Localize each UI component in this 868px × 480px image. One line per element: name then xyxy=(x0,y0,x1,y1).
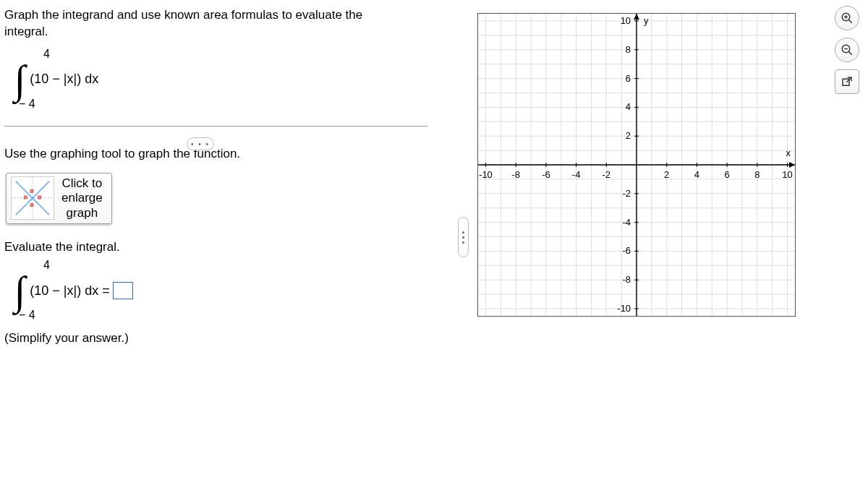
zoom-out-icon xyxy=(841,43,854,56)
svg-text:-2: -2 xyxy=(623,188,631,199)
section-divider xyxy=(4,126,427,127)
svg-rect-5 xyxy=(38,197,41,200)
svg-text:10: 10 xyxy=(621,15,631,26)
answer-input[interactable] xyxy=(113,282,133,299)
integral2-upper-limit: 4 xyxy=(43,259,50,272)
svg-text:-4: -4 xyxy=(572,169,581,180)
expand-ellipsis-button[interactable]: • • • xyxy=(187,137,214,150)
enlarge-graph-label: Click to enlarge graph xyxy=(61,176,103,220)
zoom-in-icon xyxy=(841,12,854,25)
svg-text:x: x xyxy=(786,147,791,158)
prompt-line1: Graph the integrand and use known area f… xyxy=(4,8,362,22)
svg-text:-2: -2 xyxy=(603,169,611,180)
svg-rect-4 xyxy=(24,197,27,200)
svg-rect-7 xyxy=(30,204,33,207)
integral2-expr: (10 − |x|) dx = xyxy=(30,283,109,299)
evaluate-label: Evaluate the integral. xyxy=(4,240,456,254)
svg-text:-6: -6 xyxy=(623,245,631,256)
svg-text:8: 8 xyxy=(626,44,631,55)
svg-text:-8: -8 xyxy=(511,169,520,180)
svg-text:2: 2 xyxy=(664,169,669,180)
integrand: (10 − |x|) dx xyxy=(30,72,98,87)
prompt-line2: integral. xyxy=(4,25,48,38)
svg-text:-4: -4 xyxy=(623,217,631,228)
svg-text:10: 10 xyxy=(782,169,792,180)
svg-text:4: 4 xyxy=(626,101,631,112)
integral2-lower-limit: − 4 xyxy=(19,309,35,322)
svg-text:-6: -6 xyxy=(542,169,550,180)
graph-thumbnail-icon xyxy=(11,176,54,220)
svg-text:-8: -8 xyxy=(623,274,631,285)
integral2-sign: ∫ xyxy=(14,270,25,311)
svg-text:y: y xyxy=(644,15,649,26)
svg-text:2: 2 xyxy=(626,130,631,141)
svg-text:6: 6 xyxy=(626,73,631,84)
svg-line-99 xyxy=(848,51,852,55)
open-external-button[interactable] xyxy=(835,69,859,94)
graph-instruction: Use the graphing tool to graph the funct… xyxy=(4,147,456,161)
integral-upper-limit: 4 xyxy=(43,48,50,61)
svg-text:-10: -10 xyxy=(479,169,493,180)
integral-equation: 4 ∫ − 4 (10 − |x|) dx = xyxy=(14,262,456,320)
integral-sign: ∫ xyxy=(14,59,25,100)
open-external-icon xyxy=(841,75,854,88)
zoom-out-button[interactable] xyxy=(835,38,859,62)
enlarge-graph-button[interactable]: Click to enlarge graph xyxy=(6,173,112,224)
svg-rect-6 xyxy=(30,190,33,193)
simplify-hint: (Simplify your answer.) xyxy=(4,331,456,346)
svg-text:6: 6 xyxy=(725,169,730,180)
svg-text:8: 8 xyxy=(754,169,760,180)
prompt-text: Graph the integrand and use known area f… xyxy=(4,7,456,40)
zoom-in-button[interactable] xyxy=(835,6,859,30)
integral-lower-limit: − 4 xyxy=(19,98,35,111)
integral-expression: 4 ∫ − 4 (10 − |x|) dx xyxy=(14,51,456,108)
svg-text:4: 4 xyxy=(694,169,699,180)
coordinate-grid[interactable]: -10-8-6-4-2246810-10-8-6-4-2246810xy xyxy=(477,13,796,317)
svg-text:-10: -10 xyxy=(617,303,631,314)
svg-line-95 xyxy=(848,20,852,23)
